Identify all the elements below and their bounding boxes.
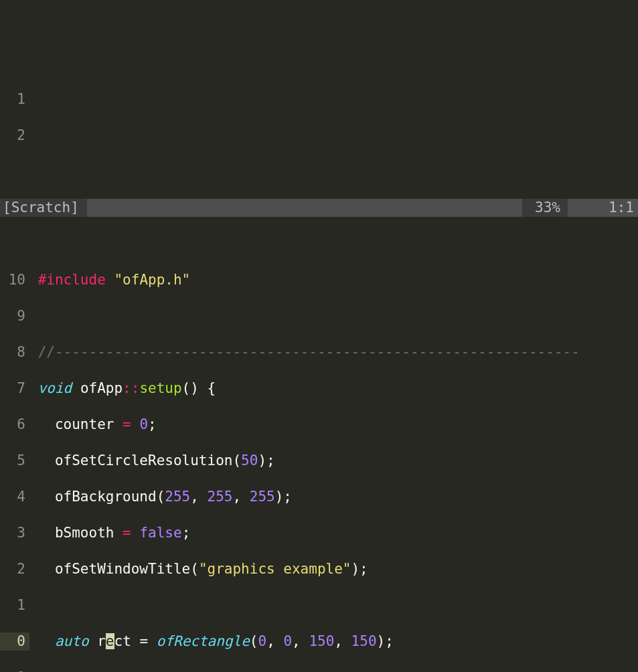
token-number: 150 bbox=[309, 633, 334, 649]
scratch-line[interactable]: 2 bbox=[0, 127, 638, 145]
token-number: 0 bbox=[283, 633, 292, 649]
code-line[interactable]: 2 ofSetWindowTitle("graphics example"); bbox=[0, 560, 638, 578]
gutter-number: 4 bbox=[0, 488, 29, 506]
token-number: 50 bbox=[241, 452, 258, 469]
token: r bbox=[97, 633, 106, 649]
gutter-number: 1 bbox=[0, 669, 29, 672]
gutter-number: 6 bbox=[0, 416, 29, 434]
token-number: 150 bbox=[351, 633, 377, 649]
cursor: e bbox=[106, 633, 114, 649]
token-number: 0 bbox=[258, 633, 266, 649]
code-line[interactable]: 4 ofBackground(255, 255, 255); bbox=[0, 488, 638, 506]
code-line[interactable]: 10 #include "ofApp.h" bbox=[0, 271, 638, 289]
token bbox=[38, 633, 55, 649]
cursor-position: 1:1 bbox=[568, 199, 638, 217]
token: ofBackground( bbox=[38, 489, 165, 505]
token: counter bbox=[38, 416, 123, 432]
token: ofSetWindowTitle( bbox=[38, 561, 199, 577]
gutter-number: 10 bbox=[0, 271, 29, 289]
token-operator: = bbox=[123, 525, 131, 541]
token bbox=[131, 525, 140, 541]
gutter-number: 8 bbox=[0, 343, 29, 361]
token-constant: false bbox=[139, 525, 181, 541]
gutter-number: 9 bbox=[0, 307, 29, 325]
token: ofSetCircleResolution( bbox=[38, 452, 241, 469]
gutter-number: 2 bbox=[0, 127, 29, 145]
status-fill bbox=[87, 199, 522, 217]
scroll-percent: 33% bbox=[528, 199, 568, 217]
code-line[interactable]: 1 bbox=[0, 596, 638, 614]
token-keyword: #include bbox=[38, 272, 106, 288]
token-string: "graphics example" bbox=[199, 561, 351, 577]
token bbox=[89, 633, 98, 649]
gutter-number: 1 bbox=[0, 90, 29, 108]
gutter-number: 5 bbox=[0, 452, 29, 470]
token-type: auto bbox=[55, 633, 89, 649]
token-number: 255 bbox=[208, 489, 233, 505]
buffer-name: [Scratch] bbox=[0, 199, 82, 217]
code-line[interactable]: 0 auto rect = ofRectangle(0, 0, 150, 150… bbox=[0, 633, 638, 651]
token: , bbox=[334, 633, 351, 649]
token-number: 255 bbox=[165, 489, 190, 505]
scratch-status-bar: [Scratch] 33% 1:1 bbox=[0, 199, 638, 217]
token: ofApp bbox=[72, 380, 123, 396]
token-comment: //--------------------------------------… bbox=[38, 344, 580, 360]
scratch-line[interactable]: 1 bbox=[0, 90, 638, 108]
token-type: void bbox=[38, 380, 72, 396]
gutter-number: 2 bbox=[0, 560, 29, 578]
gutter-number: 3 bbox=[0, 524, 29, 542]
token: ); bbox=[275, 489, 292, 505]
token: ( bbox=[250, 633, 258, 649]
gutter-number-current: 0 bbox=[0, 633, 29, 651]
code-line[interactable]: 3 bSmooth = false; bbox=[0, 524, 638, 542]
token-function: setup bbox=[139, 380, 181, 396]
code-line[interactable]: 8 //------------------------------------… bbox=[0, 343, 638, 361]
token-operator: :: bbox=[123, 380, 139, 396]
code-line[interactable]: 5 ofSetCircleResolution(50); bbox=[0, 452, 638, 470]
token-string: "ofApp.h" bbox=[106, 272, 190, 288]
token: , bbox=[266, 633, 283, 649]
token: ; bbox=[148, 416, 157, 432]
token: ; bbox=[182, 525, 191, 541]
code-line[interactable]: 9 bbox=[0, 307, 638, 325]
gutter-number: 1 bbox=[0, 596, 29, 614]
token: ); bbox=[377, 633, 394, 649]
token bbox=[131, 416, 140, 432]
token: bSmooth bbox=[38, 525, 123, 541]
token: ); bbox=[351, 561, 368, 577]
token-number: 0 bbox=[139, 416, 148, 432]
code-line[interactable]: 6 counter = 0; bbox=[0, 416, 638, 434]
code-line[interactable]: 1 bbox=[0, 669, 638, 672]
token: ); bbox=[258, 452, 274, 469]
gutter-number: 7 bbox=[0, 380, 29, 398]
token: , bbox=[232, 489, 249, 505]
token-operator: = bbox=[123, 416, 131, 432]
code-line[interactable]: 7 void ofApp::setup() { bbox=[0, 380, 638, 398]
token: , bbox=[292, 633, 309, 649]
token: () { bbox=[182, 380, 216, 396]
token: = bbox=[131, 633, 157, 649]
token-type: ofRectangle bbox=[157, 633, 250, 649]
token: , bbox=[190, 489, 207, 505]
token-number: 255 bbox=[250, 489, 275, 505]
